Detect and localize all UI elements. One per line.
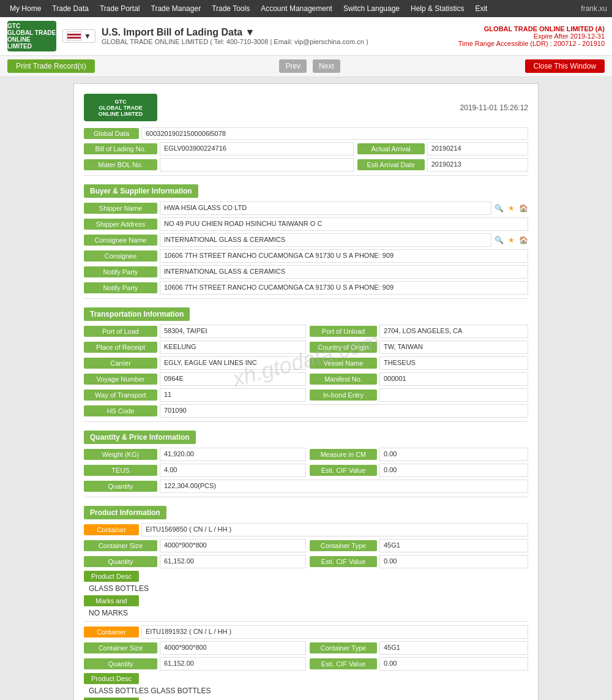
hs-code-row: HS Code 701090 (84, 404, 528, 418)
nav-trade-tools[interactable]: Trade Tools (207, 2, 255, 15)
voyage-value: 0964E (160, 372, 306, 386)
nav-trade-portal[interactable]: Trade Portal (95, 2, 145, 15)
container-2-row: Container EITU1891932 ( CN / L / HH ) (84, 625, 528, 639)
nav-user: frank.xu (581, 4, 607, 13)
page-title: U.S. Import Bill of Lading Data ▼ (102, 27, 368, 38)
consignee-home-icon[interactable]: 🏠 (518, 235, 528, 245)
c2-product-desc-label: Product Desc (84, 673, 139, 684)
next-button-top[interactable]: Next (313, 59, 340, 73)
consignee-value: 10606 7TH STREET RANCHO CUCAMONGA CA 917… (160, 249, 528, 263)
shipper-address-label: Shipper Address (84, 219, 157, 230)
nav-exit[interactable]: Exit (470, 2, 492, 15)
consignee-name-value: INTERNATIONAL GLASS & CERAMICS (160, 233, 491, 247)
nav-help-statistics[interactable]: Help & Statistics (406, 2, 469, 15)
shipper-star-icon[interactable]: ★ (506, 203, 516, 213)
actual-arrival-label: Actual Arrival (357, 143, 425, 154)
c1-product-desc-label: Product Desc (84, 571, 139, 582)
container-2-qty-cif-row: Quantity 61,152.00 Esti. CIF Value 0.00 (84, 657, 528, 671)
c2-size-col: Container Size 4000*900*800 (84, 641, 306, 655)
origin-label: Country of Origin (310, 342, 377, 353)
nav-trade-data[interactable]: Trade Data (47, 2, 94, 15)
nav-links: My Home Trade Data Trade Portal Trade Ma… (5, 2, 492, 15)
shipper-name-value: HWA HSIA GLASS CO LTD (160, 201, 491, 215)
c2-marks-header-row: Marks and (84, 698, 528, 700)
container-1-size-type-row: Container Size 4000*900*800 Container Ty… (84, 539, 528, 552)
container-2-size-type-row: Container Size 4000*900*800 Container Ty… (84, 641, 528, 655)
container-1-value: EITU1569850 ( CN / L / HH ) (141, 523, 528, 536)
buyer-supplier-section: Buyer & Supplier Information Shipper Nam… (84, 179, 528, 295)
c2-qty-label: Quantity (84, 658, 157, 669)
c2-product-desc-header-row: Product Desc (84, 673, 528, 684)
quantity-price-title: Quantity & Price Information (84, 431, 196, 444)
origin-value: TW, TAIWAN (379, 341, 528, 354)
shipper-name-row: Shipper Name HWA HSIA GLASS CO LTD 🔍 ★ 🏠 (84, 201, 528, 215)
transport-value: 11 (160, 388, 306, 402)
c1-size-value: 4000*900*800 (160, 539, 306, 552)
shipper-home-icon[interactable]: 🏠 (518, 203, 528, 213)
flag-dropdown-icon: ▼ (84, 32, 91, 40)
cif-label: Esti. CIF Value (310, 465, 377, 476)
container-1-label: Container (84, 524, 139, 535)
actual-arrival-value: 20190214 (427, 142, 528, 156)
container-1: Container EITU1569850 ( CN / L / HH ) Co… (84, 523, 528, 617)
c2-type-label: Container Type (310, 642, 377, 653)
c1-size-col: Container Size 4000*900*800 (84, 539, 306, 552)
c1-product-desc-header-row: Product Desc (84, 571, 528, 582)
notify-party-2-value: 10606 7TH STREET RANCHO CUCAMONGA CA 917… (160, 281, 528, 295)
c1-type-label: Container Type (310, 540, 377, 551)
teus-label: TEUS (84, 465, 157, 476)
inbond-col: In-bond Entry (306, 388, 528, 402)
teus-col: TEUS 4.00 (84, 464, 306, 477)
header-right: GLOBAL TRADE ONLINE LIMITED (A) Expire A… (458, 25, 605, 47)
total-quantity-label: Quantity (84, 481, 157, 492)
weight-col: Weight (KG) 41,920.00 (84, 448, 306, 461)
carrier-vessel-row: Carrier EGLY, EAGLE VAN LINES INC Vessel… (84, 356, 528, 370)
voyage-col: Voyage Number 0964E (84, 372, 306, 386)
carrier-col: Carrier EGLY, EAGLE VAN LINES INC (84, 356, 306, 370)
global-data-label: Global Data (84, 128, 139, 139)
nav-switch-language[interactable]: Switch Language (338, 2, 405, 15)
receipt-origin-row: Place of Receipt KEELUNG Country of Orig… (84, 341, 528, 354)
consignee-star-icon[interactable]: ★ (506, 235, 516, 245)
nav-my-home[interactable]: My Home (5, 2, 46, 15)
flag-selector[interactable]: ▼ (62, 29, 95, 43)
print-button-top[interactable]: Print Trade Record(s) (7, 59, 95, 73)
time-range: Time Range Accessible (LDR) : 200712 - 2… (458, 40, 605, 47)
container-2: Container EITU1891932 ( CN / L / HH ) Co… (84, 625, 528, 700)
c1-marks-header-row: Marks and (84, 595, 528, 606)
voyage-label: Voyage Number (84, 374, 157, 385)
prev-button-top[interactable]: Prev (279, 59, 307, 73)
c1-marks-value: NO MARKS (89, 609, 128, 617)
consignee-search-icon[interactable]: 🔍 (494, 235, 504, 245)
esti-arrival-label: Esti Arrival Date (357, 159, 425, 170)
notify-party-1-label: Notify Party (84, 266, 157, 277)
us-flag-icon (67, 31, 81, 41)
c2-qty-col: Quantity 61,152.00 (84, 657, 306, 671)
measure-value: 0.00 (379, 448, 528, 461)
company-name: GLOBAL TRADE ONLINE LIMITED (A) (458, 25, 605, 32)
c1-marks-row: NO MARKS (84, 609, 528, 617)
nav-account-management[interactable]: Account Management (256, 2, 337, 15)
global-data-row: Global Data 60032019021500006l5078 (84, 127, 528, 140)
buyer-supplier-title: Buyer & Supplier Information (84, 184, 198, 198)
shipper-address-row: Shipper Address NO 49 PUU CHIEN ROAD HSI… (84, 217, 528, 231)
receipt-value: KEELUNG (160, 341, 306, 354)
top-toolbar: Print Trade Record(s) Prev Next Close Th… (0, 56, 612, 77)
inbond-label: In-bond Entry (310, 390, 377, 401)
shipper-search-icon[interactable]: 🔍 (494, 203, 504, 213)
c1-cif-col: Esti. CIF Value 0.00 (306, 555, 528, 568)
c2-type-value: 45G1 (379, 641, 528, 655)
c2-size-label: Container Size (84, 642, 157, 653)
consignee-name-row: Consignee Name INTERNATIONAL GLASS & CER… (84, 233, 528, 247)
close-button-top[interactable]: Close This Window (525, 59, 605, 73)
c2-product-desc-row: GLASS BOTTLES GLASS BOTTLES (84, 687, 528, 695)
hs-code-label: HS Code (84, 405, 157, 416)
manifest-value: 000001 (379, 372, 528, 386)
product-info-title: Product Information (84, 506, 166, 519)
notify-party-2-row: Notify Party 10606 7TH STREET RANCHO CUC… (84, 281, 528, 295)
vessel-value: THESEUS (379, 356, 528, 370)
port-unload-value: 2704, LOS ANGELES, CA (379, 325, 528, 338)
transport-col: Way of Transport 11 (84, 388, 306, 402)
nav-trade-manager[interactable]: Trade Manager (146, 2, 206, 15)
shipper-name-label: Shipper Name (84, 203, 157, 214)
